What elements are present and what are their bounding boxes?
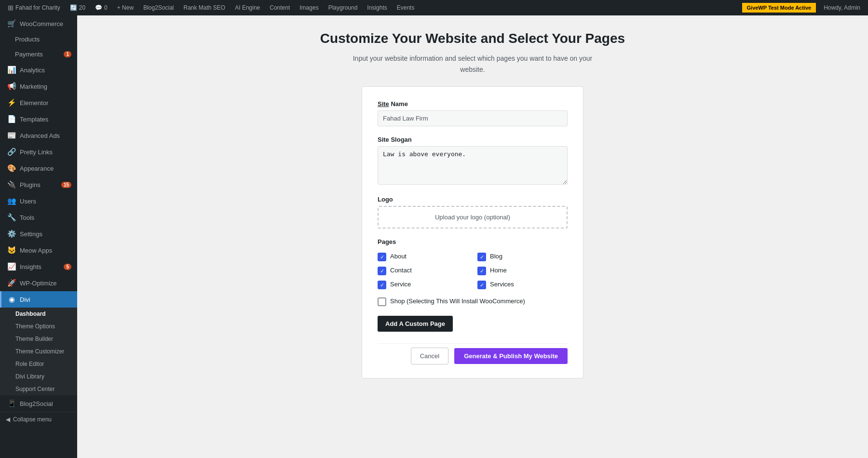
sidebar-item-settings[interactable]: ⚙️ Settings [0, 226, 77, 242]
pages-grid: ✓ About ✓ Blog ✓ Contact ✓ [378, 252, 568, 289]
payments-label: Payments [15, 51, 43, 58]
sidebar-item-woocommerce[interactable]: 🛒 WooCommerce [0, 15, 77, 32]
collapse-menu[interactable]: ◀ Collapse menu [0, 412, 77, 427]
sidebar-item-tools[interactable]: 🔧 Tools [0, 209, 77, 226]
site-name-label-text: Site [378, 100, 389, 108]
sidebar-item-analytics[interactable]: 📊 Analytics [0, 62, 77, 78]
blog2social-label: Blog2Social [143, 4, 174, 11]
sidebar-item-insights[interactable]: 📈 Insights 5 [0, 258, 77, 275]
aiengine-label: AI Engine [235, 4, 260, 11]
page-label-home: Home [490, 266, 507, 275]
adminbar-content[interactable]: Content [266, 0, 294, 15]
checkbox-services[interactable]: ✓ [477, 281, 486, 289]
events-label: Events [397, 4, 415, 11]
adminbar-comments[interactable]: 💬 0 [91, 0, 111, 15]
adminbar-events[interactable]: Events [393, 0, 419, 15]
page-item-shop[interactable]: Shop (Selecting This Will Install WooCom… [378, 297, 568, 306]
page-item-contact[interactable]: ✓ Contact [378, 266, 468, 275]
site-name: Fahad for Charity [15, 4, 60, 11]
sidebar-item-pretty-links[interactable]: 🔗 Pretty Links [0, 144, 77, 160]
pages-section-label: Pages [378, 238, 568, 245]
site-name-group: Site Name [378, 100, 568, 126]
howdy-item[interactable]: Howdy, Admin [820, 4, 864, 11]
sidebar-item-wp-optimize[interactable]: 🚀 WP-Optimize [0, 275, 77, 291]
meow-apps-label: Meow Apps [20, 247, 52, 254]
adminbar-updates[interactable]: 🔄 20 [66, 0, 89, 15]
page-item-home[interactable]: ✓ Home [477, 266, 568, 275]
page-item-blog[interactable]: ✓ Blog [477, 252, 568, 261]
appearance-label: Appearance [20, 165, 54, 172]
appearance-icon: 🎨 [7, 164, 16, 173]
divi-submenu: Dashboard Theme Options Theme Builder Th… [0, 308, 77, 395]
users-icon: 👥 [7, 197, 16, 205]
checkbox-shop[interactable] [378, 297, 386, 306]
site-name-input[interactable] [378, 110, 568, 126]
submenu-theme-builder[interactable]: Theme Builder [0, 333, 77, 345]
meow-icon: 🐱 [7, 246, 16, 255]
pretty-links-icon: 🔗 [7, 148, 16, 156]
action-row: Cancel Generate & Publish My Website [378, 343, 568, 364]
rankmath-label: Rank Math SEO [184, 4, 226, 11]
settings-icon: ⚙️ [7, 229, 16, 238]
sidebar-item-products[interactable]: Products [0, 32, 77, 47]
tools-label: Tools [20, 214, 34, 221]
adminbar-aiengine[interactable]: AI Engine [231, 0, 264, 15]
advanced-ads-icon: 📰 [7, 131, 16, 140]
site-slogan-label: Site Slogan [378, 136, 568, 143]
sidebar-item-appearance[interactable]: 🎨 Appearance [0, 160, 77, 176]
plugins-badge: 15 [61, 182, 71, 188]
advanced-ads-label: Advanced Ads [20, 132, 60, 139]
woocommerce-icon: 🛒 [7, 19, 16, 28]
sidebar-item-templates[interactable]: 📄 Templates [0, 111, 77, 127]
admin-bar: ⊞ Fahad for Charity 🔄 20 💬 0 + New Blog2… [0, 0, 868, 15]
dashboard-label: Dashboard [15, 310, 46, 317]
add-custom-page-button[interactable]: Add A Custom Page [378, 316, 453, 332]
logo-upload-area[interactable]: Upload your logo (optional) [378, 206, 568, 229]
adminbar-site[interactable]: ⊞ Fahad for Charity [4, 0, 64, 15]
blog2social-sidebar-icon: 📱 [7, 399, 16, 408]
sidebar-item-plugins[interactable]: 🔌 Plugins 15 [0, 176, 77, 193]
submenu-theme-options[interactable]: Theme Options [0, 320, 77, 333]
submenu-support-center[interactable]: Support Center [0, 383, 77, 395]
checkbox-blog[interactable]: ✓ [477, 253, 486, 261]
wp-icon: ⊞ [8, 4, 14, 12]
plugins-label: Plugins [20, 181, 41, 189]
page-item-service[interactable]: ✓ Service [378, 280, 468, 289]
sidebar-item-divi[interactable]: ◉ Divi [0, 291, 77, 308]
checkbox-about[interactable]: ✓ [378, 253, 386, 261]
adminbar-images[interactable]: Images [296, 0, 322, 15]
checkbox-contact[interactable]: ✓ [378, 267, 386, 275]
sidebar-item-blog2social[interactable]: 📱 Blog2Social [0, 395, 77, 412]
sidebar-item-advanced-ads[interactable]: 📰 Advanced Ads [0, 127, 77, 144]
new-label: + New [117, 4, 134, 11]
submenu-dashboard[interactable]: Dashboard [0, 308, 77, 320]
cancel-button[interactable]: Cancel [411, 348, 448, 364]
comment-count: 0 [104, 4, 108, 11]
users-label: Users [20, 198, 36, 205]
page-item-about[interactable]: ✓ About [378, 252, 468, 261]
page-item-services[interactable]: ✓ Services [477, 280, 568, 289]
submenu-theme-customizer[interactable]: Theme Customizer [0, 345, 77, 358]
adminbar-insights[interactable]: Insights [363, 0, 391, 15]
publish-button[interactable]: Generate & Publish My Website [454, 348, 568, 364]
checkbox-service[interactable]: ✓ [378, 281, 386, 289]
elementor-label: Elementor [20, 99, 48, 107]
adminbar-right: GiveWP Test Mode Active Howdy, Admin [742, 3, 864, 13]
sidebar-item-users[interactable]: 👥 Users [0, 193, 77, 209]
adminbar-blog2social[interactable]: Blog2Social [139, 0, 177, 15]
marketing-icon: 📢 [7, 82, 16, 91]
sidebar-item-elementor[interactable]: ⚡ Elementor [0, 94, 77, 111]
submenu-role-editor[interactable]: Role Editor [0, 358, 77, 370]
images-label: Images [299, 4, 318, 11]
sidebar-item-meow-apps[interactable]: 🐱 Meow Apps [0, 242, 77, 258]
adminbar-playground[interactable]: Playground [325, 0, 362, 15]
sidebar-item-payments[interactable]: Payments 1 [0, 47, 77, 62]
adminbar-new[interactable]: + New [113, 0, 137, 15]
submenu-divi-library[interactable]: Divi Library [0, 370, 77, 383]
adminbar-rankmath[interactable]: Rank Math SEO [180, 0, 230, 15]
sidebar-item-marketing[interactable]: 📢 Marketing [0, 78, 77, 94]
givewp-badge[interactable]: GiveWP Test Mode Active [742, 3, 816, 13]
site-slogan-input[interactable]: Law is above everyone. [378, 146, 568, 185]
analytics-icon: 📊 [7, 66, 16, 74]
checkbox-home[interactable]: ✓ [477, 267, 486, 275]
